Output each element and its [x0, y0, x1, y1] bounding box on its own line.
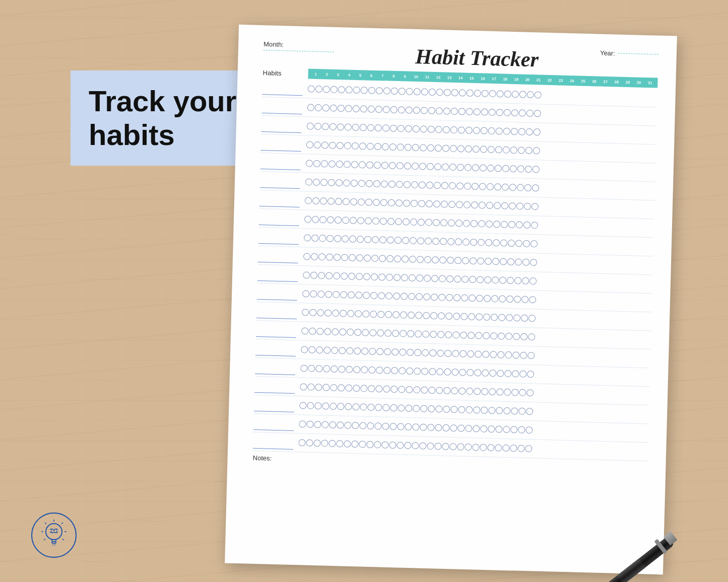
habit-circle[interactable]: [485, 239, 492, 246]
habit-circle[interactable]: [442, 163, 449, 170]
habit-circle[interactable]: [410, 237, 417, 244]
habit-circle[interactable]: [396, 442, 404, 449]
habit-circle[interactable]: [466, 108, 473, 115]
habit-circle[interactable]: [351, 161, 358, 168]
habit-circle[interactable]: [315, 104, 322, 111]
habit-circle[interactable]: [345, 403, 352, 410]
habit-circle[interactable]: [360, 124, 367, 131]
habit-circle[interactable]: [373, 180, 380, 187]
habit-circle[interactable]: [449, 443, 456, 450]
habit-circle[interactable]: [364, 236, 371, 243]
habit-circle[interactable]: [319, 235, 326, 242]
habit-circle[interactable]: [495, 444, 502, 451]
habit-circle[interactable]: [352, 403, 359, 410]
habit-circle[interactable]: [452, 350, 459, 357]
habit-circle[interactable]: [443, 126, 450, 133]
habit-circle[interactable]: [491, 314, 498, 321]
habit-circle[interactable]: [392, 311, 400, 318]
habit-circle[interactable]: [322, 384, 329, 391]
habit-circle[interactable]: [451, 369, 458, 376]
habit-circle[interactable]: [438, 312, 445, 319]
habit-circle[interactable]: [323, 365, 330, 372]
habit-circle[interactable]: [364, 254, 371, 261]
habit-circle[interactable]: [420, 405, 427, 412]
habit-circle[interactable]: [495, 146, 502, 153]
habit-circle[interactable]: [322, 123, 329, 130]
habit-circle[interactable]: [418, 200, 425, 207]
habit-circle[interactable]: [450, 424, 457, 431]
habit-circle[interactable]: [416, 293, 423, 300]
habit-circle[interactable]: [344, 441, 351, 448]
habit-circle[interactable]: [428, 107, 435, 114]
habit-circle[interactable]: [412, 144, 419, 151]
habit-circle[interactable]: [315, 86, 322, 93]
habit-circle[interactable]: [425, 238, 432, 245]
habit-circle[interactable]: [473, 406, 480, 413]
habit-circle[interactable]: [481, 407, 488, 414]
habit-circle[interactable]: [383, 106, 390, 113]
habit-circle[interactable]: [480, 444, 487, 451]
habit-circle[interactable]: [527, 91, 534, 98]
habit-circle[interactable]: [534, 110, 541, 117]
habit-circle[interactable]: [479, 201, 486, 208]
habit-circle[interactable]: [354, 347, 361, 354]
habit-circle[interactable]: [459, 369, 466, 376]
habit-circle[interactable]: [450, 406, 457, 413]
habit-circle[interactable]: [517, 445, 524, 452]
habit-circle[interactable]: [501, 202, 508, 209]
habit-circle[interactable]: [340, 310, 347, 317]
habit-circle[interactable]: [440, 219, 447, 226]
habit-circle[interactable]: [377, 329, 384, 336]
habit-circle[interactable]: [465, 425, 472, 432]
habit-circle[interactable]: [526, 110, 534, 117]
habit-circle[interactable]: [499, 277, 506, 284]
habit-circle[interactable]: [445, 331, 452, 338]
habit-circle[interactable]: [311, 235, 318, 242]
habit-circle[interactable]: [359, 161, 366, 168]
habit-circle[interactable]: [496, 109, 503, 116]
habit-circle[interactable]: [442, 144, 449, 152]
habit-circle[interactable]: [531, 222, 538, 229]
habit-circle[interactable]: [519, 91, 526, 98]
habit-circle[interactable]: [387, 218, 394, 225]
habit-circle[interactable]: [458, 126, 465, 133]
habit-circle[interactable]: [502, 445, 509, 452]
habit-circle[interactable]: [401, 274, 408, 281]
habit-circle[interactable]: [458, 387, 466, 394]
habit-circle[interactable]: [371, 255, 378, 262]
habit-circle[interactable]: [306, 440, 313, 447]
habit-circle[interactable]: [526, 408, 533, 415]
habit-circle[interactable]: [405, 125, 412, 132]
habit-circle[interactable]: [440, 238, 447, 245]
habit-circle[interactable]: [519, 371, 526, 378]
habit-circle[interactable]: [422, 349, 429, 356]
habit-circle[interactable]: [323, 86, 330, 93]
habit-circle[interactable]: [475, 332, 482, 339]
habit-circle[interactable]: [530, 259, 537, 266]
habit-circle[interactable]: [375, 404, 382, 411]
habit-circle[interactable]: [360, 385, 367, 392]
habit-circle[interactable]: [362, 310, 369, 317]
habit-circle[interactable]: [442, 443, 449, 450]
habit-circle[interactable]: [459, 89, 466, 96]
habit-circle[interactable]: [407, 330, 414, 337]
habit-circle[interactable]: [334, 235, 341, 242]
habit-circle[interactable]: [482, 90, 489, 97]
habit-circle[interactable]: [367, 143, 374, 150]
habit-circle[interactable]: [404, 162, 411, 169]
habit-circle[interactable]: [418, 219, 425, 226]
habit-circle[interactable]: [395, 199, 403, 206]
habit-circle[interactable]: [510, 165, 517, 172]
habit-circle[interactable]: [406, 386, 413, 393]
habit-circle[interactable]: [321, 141, 328, 149]
habit-circle[interactable]: [433, 219, 440, 226]
habit-circle[interactable]: [478, 220, 485, 227]
habit-circle[interactable]: [308, 346, 315, 353]
habit-circle[interactable]: [528, 315, 536, 322]
habit-circle[interactable]: [490, 332, 497, 339]
habit-circle[interactable]: [474, 108, 481, 115]
habit-circle[interactable]: [352, 142, 359, 150]
habit-circle[interactable]: [314, 123, 321, 130]
habit-circle[interactable]: [494, 183, 501, 190]
habit-circle[interactable]: [466, 406, 473, 413]
